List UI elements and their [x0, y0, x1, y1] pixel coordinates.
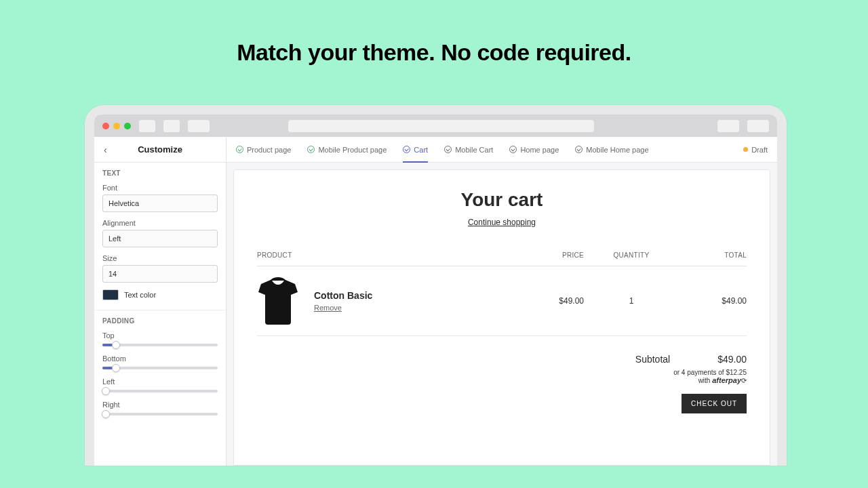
padding-section: PADDING Top Bottom — [94, 310, 226, 433]
color-swatch-icon[interactable] — [102, 289, 119, 300]
section-heading: PADDING — [102, 317, 218, 325]
app-body: ‹ Customize TEXT Font Alignment Size Tex… — [94, 137, 777, 466]
traffic-lights — [102, 123, 131, 129]
cart-table-header: PRODUCT PRICE QUANTITY TOTAL — [257, 251, 747, 266]
text-section: TEXT Font Alignment Size Text color — [94, 163, 226, 310]
tab-mobile-cart[interactable]: Mobile Cart — [444, 137, 493, 162]
tab-mobile-home-page[interactable]: Mobile Home page — [575, 137, 648, 162]
total-cell: $49.00 — [679, 296, 747, 306]
afterpay-prefix: with — [698, 377, 713, 384]
checkout-button[interactable]: CHECK OUT — [682, 394, 747, 413]
status-label: Draft — [751, 146, 768, 154]
close-icon[interactable] — [102, 123, 109, 129]
afterpay-text: or 4 payments of $12.25 with afterpay⟳ — [257, 369, 747, 384]
slider-thumb-icon[interactable] — [112, 341, 120, 349]
tab-label: Mobile Product page — [318, 146, 387, 154]
font-label: Font — [102, 184, 218, 192]
check-circle-icon — [444, 146, 452, 153]
afterpay-logo-icon: afterpay — [712, 376, 741, 384]
col-product: PRODUCT — [257, 251, 516, 259]
padding-top-slider[interactable] — [102, 344, 218, 346]
tshirt-icon — [257, 277, 299, 325]
tab-home-page[interactable]: Home page — [509, 137, 559, 162]
sidebar-header: ‹ Customize — [94, 137, 226, 163]
tab-mobile-product-page[interactable]: Mobile Product page — [307, 137, 387, 162]
alignment-label: Alignment — [102, 219, 218, 227]
minimize-icon[interactable] — [113, 123, 120, 129]
check-circle-icon — [509, 146, 517, 153]
tab-cart[interactable]: Cart — [403, 137, 428, 162]
padding-right-row: Right — [102, 401, 218, 415]
col-total: TOTAL — [679, 251, 747, 259]
cart-preview: Your cart Continue shopping PRODUCT PRIC… — [233, 169, 770, 466]
cart-row: Cotton Basic Remove $49.00 1 $49.00 — [257, 266, 747, 336]
browser-window: ‹ Customize TEXT Font Alignment Size Tex… — [94, 115, 777, 466]
product-name: Cotton Basic — [314, 290, 372, 301]
sidebar-title: Customize — [94, 144, 226, 155]
tab-product-page[interactable]: Product page — [236, 137, 291, 162]
tab-label: Mobile Home page — [586, 146, 648, 154]
afterpay-line1: or 4 payments of $12.25 — [673, 369, 747, 376]
chrome-button — [717, 120, 739, 132]
slider-label: Left — [102, 378, 218, 386]
cart-title: Your cart — [257, 189, 747, 211]
tab-label: Cart — [414, 146, 428, 154]
remove-link[interactable]: Remove — [314, 304, 372, 312]
padding-top-row: Top — [102, 331, 218, 346]
padding-left-slider[interactable] — [102, 390, 218, 392]
subtotal-value: $49.00 — [717, 354, 747, 365]
chrome-button — [747, 120, 769, 132]
text-color-label: Text color — [124, 291, 156, 299]
chrome-button — [163, 120, 180, 132]
slider-thumb-icon[interactable] — [112, 364, 120, 372]
slider-label: Right — [102, 401, 218, 409]
device-frame: ‹ Customize TEXT Font Alignment Size Tex… — [85, 105, 787, 466]
alignment-select[interactable] — [102, 230, 218, 247]
tab-label: Mobile Cart — [455, 146, 493, 154]
section-heading: TEXT — [102, 169, 218, 177]
padding-left-row: Left — [102, 378, 218, 392]
slider-label: Bottom — [102, 354, 218, 363]
tab-label: Home page — [520, 146, 559, 154]
text-color-row[interactable]: Text color — [102, 289, 218, 300]
continue-shopping-link[interactable]: Continue shopping — [257, 218, 747, 227]
product-cell: Cotton Basic Remove — [257, 277, 516, 325]
main-panel: Product page Mobile Product page Cart Mo… — [226, 137, 777, 466]
check-circle-icon — [403, 146, 410, 153]
product-info: Cotton Basic Remove — [314, 290, 372, 312]
subtotal-row: Subtotal $49.00 — [257, 354, 747, 365]
padding-bottom-row: Bottom — [102, 354, 218, 369]
browser-chrome — [94, 115, 777, 137]
slider-thumb-icon[interactable] — [102, 410, 110, 418]
chrome-button — [188, 120, 210, 132]
slider-label: Top — [102, 331, 218, 340]
cart-table: PRODUCT PRICE QUANTITY TOTAL — [257, 251, 747, 336]
col-quantity: QUANTITY — [584, 251, 679, 259]
col-price: PRICE — [516, 251, 584, 259]
customize-sidebar: ‹ Customize TEXT Font Alignment Size Tex… — [94, 137, 226, 466]
cart-summary: Subtotal $49.00 or 4 payments of $12.25 … — [257, 354, 747, 413]
check-circle-icon — [236, 146, 243, 153]
address-bar[interactable] — [288, 120, 594, 132]
tab-bar: Product page Mobile Product page Cart Mo… — [226, 137, 777, 163]
maximize-icon[interactable] — [124, 123, 131, 129]
price-cell: $49.00 — [516, 296, 584, 306]
hero-title: Match your theme. No code required. — [0, 0, 868, 66]
check-circle-icon — [307, 146, 315, 153]
status-badge: Draft — [743, 146, 768, 154]
chrome-button — [139, 120, 155, 132]
back-icon[interactable]: ‹ — [104, 144, 107, 155]
padding-right-slider[interactable] — [102, 413, 218, 415]
check-circle-icon — [575, 146, 583, 153]
padding-bottom-slider[interactable] — [102, 367, 218, 369]
slider-thumb-icon[interactable] — [102, 387, 110, 395]
subtotal-label: Subtotal — [635, 354, 670, 365]
size-input[interactable] — [102, 265, 218, 283]
status-dot-icon — [743, 147, 748, 152]
tab-label: Product page — [247, 146, 291, 154]
quantity-cell: 1 — [584, 296, 679, 306]
size-label: Size — [102, 254, 218, 262]
afterpay-mark-icon: ⟳ — [741, 377, 747, 384]
font-select[interactable] — [102, 195, 218, 212]
